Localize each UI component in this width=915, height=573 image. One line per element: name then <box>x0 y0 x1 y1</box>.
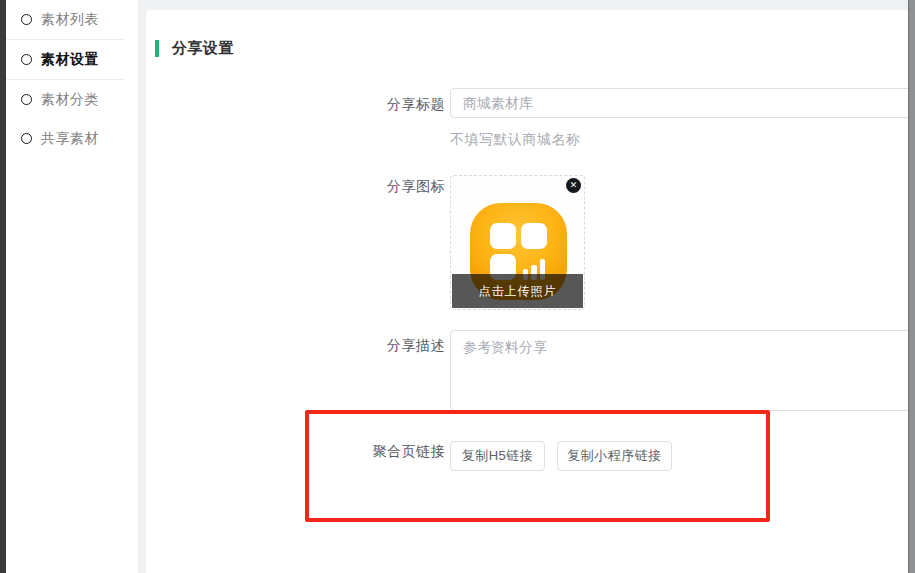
sidebar: 素材列表 素材设置 素材分类 共享素材 <box>6 0 138 573</box>
sidebar-item-label: 素材分类 <box>41 91 99 109</box>
app-icon-glyph <box>490 223 547 280</box>
share-settings-card: 分享设置 分享标题 不填写默认商城名称 分享图标 点击上传照片 ✕ <box>146 10 915 573</box>
sidebar-item-label: 共享素材 <box>41 130 99 148</box>
sidebar-item-material-settings[interactable]: 素材设置 <box>6 40 138 79</box>
circle-outline-icon <box>21 14 32 25</box>
upload-overlay[interactable]: 点击上传照片 <box>452 274 583 308</box>
section-title: 分享设置 <box>172 39 234 58</box>
circle-outline-icon <box>21 133 32 144</box>
icon-upload-box[interactable]: 点击上传照片 ✕ <box>450 175 585 310</box>
upload-overlay-label: 点击上传照片 <box>479 283 557 300</box>
left-dark-rail <box>0 0 6 573</box>
share-title-hint: 不填写默认商城名称 <box>450 131 581 149</box>
share-desc-label: 分享描述 <box>146 337 445 355</box>
sidebar-item-material-list[interactable]: 素材列表 <box>6 0 138 39</box>
copy-miniprogram-link-button[interactable]: 复制小程序链接 <box>557 441 672 471</box>
page: 素材列表 素材设置 素材分类 共享素材 分享设置 分享标题 不填写默认商城名称 … <box>0 0 915 573</box>
sidebar-item-label: 素材列表 <box>41 11 99 29</box>
share-title-input[interactable] <box>450 88 915 118</box>
accent-bar <box>155 40 159 57</box>
scrollbar[interactable] <box>908 0 915 573</box>
share-desc-textarea[interactable] <box>450 330 915 411</box>
circle-outline-icon <box>21 94 32 105</box>
sidebar-item-label: 素材设置 <box>41 51 99 69</box>
share-icon-label: 分享图标 <box>146 178 445 196</box>
sidebar-item-shared-material[interactable]: 共享素材 <box>6 119 138 158</box>
aggregate-link-label: 聚合页链接 <box>146 443 445 461</box>
close-icon[interactable]: ✕ <box>566 178 581 193</box>
section-header: 分享设置 <box>155 39 234 58</box>
share-title-label: 分享标题 <box>146 96 445 114</box>
sidebar-item-material-category[interactable]: 素材分类 <box>6 80 138 119</box>
copy-h5-link-button[interactable]: 复制H5链接 <box>450 441 545 471</box>
circle-outline-icon <box>21 54 32 65</box>
